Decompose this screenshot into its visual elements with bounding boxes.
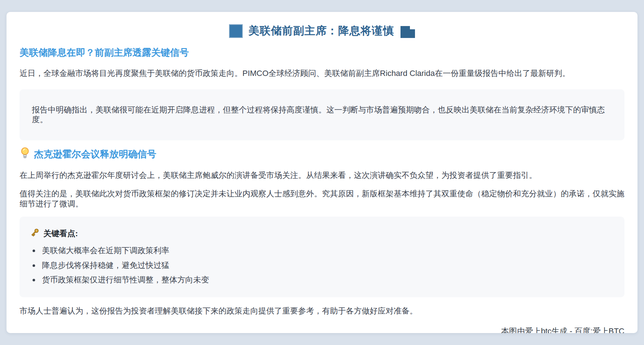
keypoints-title-row: 关键看点: xyxy=(30,227,614,240)
quote-text: 报告中明确指出，美联储很可能在近期开启降息进程，但整个过程将保持高度谨慎。这一判… xyxy=(32,105,614,125)
credit-line: 本图由爱上btc生成 - 百度:爱上BTC xyxy=(20,326,624,333)
keypoints-list: 美联储大概率会在近期下调政策利率 降息步伐将保持稳健，避免过快过猛 货币政策框架… xyxy=(30,246,614,285)
keypoint-item: 货币政策框架仅进行细节性调整，整体方向未变 xyxy=(40,275,614,285)
page-title: 美联储前副主席：降息将谨慎 xyxy=(249,24,394,38)
article-card: 美联储前副主席：降息将谨慎 美联储降息在即？前副主席透露关键信号 近日，全球金融… xyxy=(7,12,637,333)
blue-square-icon xyxy=(229,24,243,38)
paragraph-framework: 值得关注的是，美联储此次对货币政策框架的修订决定并未让业内观察人士感到意外。究其… xyxy=(20,189,624,209)
key-icon xyxy=(30,227,40,240)
paragraph-jackson-hole: 在上周举行的杰克逊霍尔年度研讨会上，美联储主席鲍威尔的演讲备受市场关注。从结果来… xyxy=(20,170,624,180)
page-title-row: 美联储前副主席：降息将谨慎 xyxy=(20,24,624,38)
keypoint-item: 降息步伐将保持稳健，避免过快过猛 xyxy=(40,260,614,271)
keypoint-item: 美联储大概率会在近期下调政策利率 xyxy=(40,246,614,256)
section-heading-2-label: 杰克逊霍尔会议释放明确信号 xyxy=(34,148,156,161)
keypoints-title: 关键看点: xyxy=(43,228,78,239)
section-heading-2: 杰克逊霍尔会议释放明确信号 xyxy=(20,147,624,162)
bookmark-page-icon xyxy=(400,25,415,38)
paragraph-conclusion: 市场人士普遍认为，这份报告为投资者理解美联储接下来的政策走向提供了重要参考，有助… xyxy=(20,306,624,316)
paragraph-intro: 近日，全球金融市场将目光再度聚焦于美联储的货币政策走向。PIMCO全球经济顾问、… xyxy=(20,68,624,78)
keypoints-box: 关键看点: 美联储大概率会在近期下调政策利率 降息步伐将保持稳健，避免过快过猛 … xyxy=(20,217,624,297)
lightbulb-icon xyxy=(20,147,30,162)
section-heading-1: 美联储降息在即？前副主席透露关键信号 xyxy=(20,46,624,59)
quote-box: 报告中明确指出，美联储很可能在近期开启降息进程，但整个过程将保持高度谨慎。这一判… xyxy=(20,89,624,140)
section-heading-1-label: 美联储降息在即？前副主席透露关键信号 xyxy=(20,46,189,59)
